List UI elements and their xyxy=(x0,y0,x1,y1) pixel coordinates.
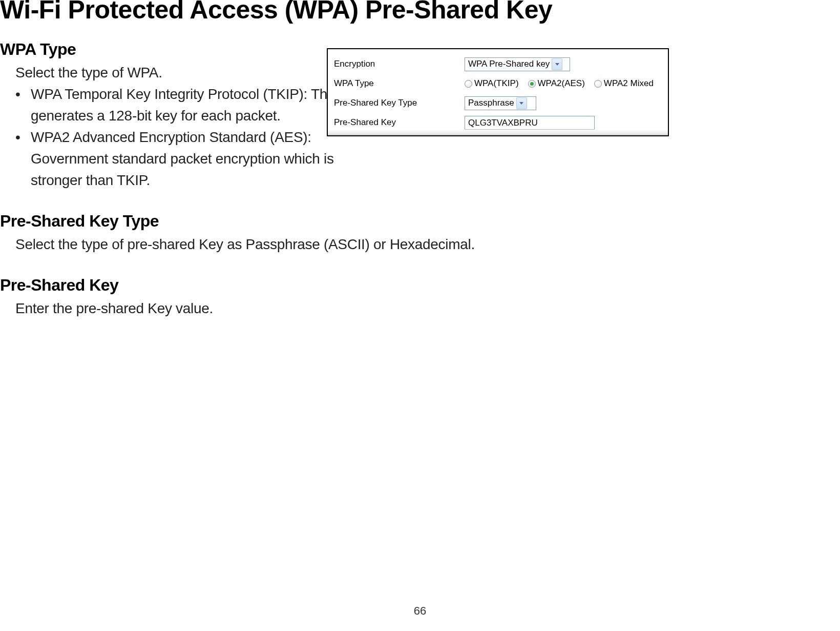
psk-type-select[interactable]: Passphrase xyxy=(465,96,536,110)
radio-icon xyxy=(594,80,602,88)
psk-input[interactable]: QLG3TVAXBPRU xyxy=(465,116,595,130)
radio-icon xyxy=(465,80,472,88)
text-psk: Enter the pre-shared Key value. xyxy=(0,298,502,319)
bullet-wpa2-aes: WPA2 Advanced Encryption Standard (AES):… xyxy=(15,127,346,191)
radio-wpa2-mixed[interactable]: WPA2 Mixed xyxy=(594,78,654,89)
radio-wpa2-mixed-label: WPA2 Mixed xyxy=(604,78,654,89)
radio-icon xyxy=(528,80,536,88)
panel-shadow xyxy=(328,129,668,135)
chevron-down-icon xyxy=(552,58,562,70)
page-number: 66 xyxy=(0,604,840,618)
section-psk: Pre-Shared Key Enter the pre-shared Key … xyxy=(0,276,502,319)
row-wpa-type: WPA Type WPA(TKIP) WPA2(AES) WPA2 Mixed xyxy=(334,74,662,93)
row-encryption: Encryption WPA Pre-Shared key xyxy=(334,54,662,74)
radio-wpa2-aes-label: WPA2(AES) xyxy=(538,78,585,89)
encryption-select[interactable]: WPA Pre-Shared key xyxy=(465,57,570,71)
psk-type-select-value: Passphrase xyxy=(468,98,514,108)
label-psk: Pre-Shared Key xyxy=(334,117,465,128)
encryption-select-value: WPA Pre-Shared key xyxy=(468,59,550,69)
label-psk-type: Pre-Shared Key Type xyxy=(334,98,465,108)
label-wpa-type: WPA Type xyxy=(334,78,465,89)
wpa-type-radiogroup: WPA(TKIP) WPA2(AES) WPA2 Mixed xyxy=(465,78,654,89)
label-encryption: Encryption xyxy=(334,59,465,69)
bullet-wpa-tkip: WPA Temporal Key Integrity Protocol (TKI… xyxy=(15,84,346,127)
settings-panel: Encryption WPA Pre-Shared key WPA Type W… xyxy=(327,48,669,136)
text-psk-type: Select the type of pre-shared Key as Pas… xyxy=(0,234,502,255)
page-title: Wi-Fi Protected Access (WPA) Pre-Shared … xyxy=(0,0,552,25)
section-psk-type: Pre-Shared Key Type Select the type of p… xyxy=(0,212,502,255)
heading-psk-type: Pre-Shared Key Type xyxy=(0,212,502,231)
heading-psk: Pre-Shared Key xyxy=(0,276,502,295)
radio-wpa2-aes[interactable]: WPA2(AES) xyxy=(528,78,585,89)
row-psk-type: Pre-Shared Key Type Passphrase xyxy=(334,93,662,113)
chevron-down-icon xyxy=(516,97,527,109)
radio-wpa-tkip-label: WPA(TKIP) xyxy=(474,78,519,89)
radio-wpa-tkip[interactable]: WPA(TKIP) xyxy=(465,78,519,89)
